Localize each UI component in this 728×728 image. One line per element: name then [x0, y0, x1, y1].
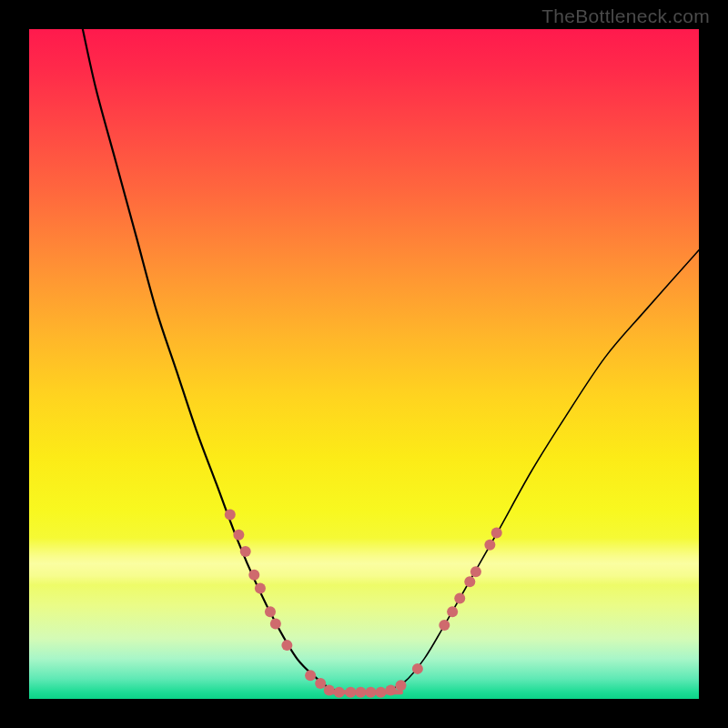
- data-point: [439, 620, 450, 631]
- data-point: [385, 684, 396, 695]
- data-point: [484, 540, 495, 551]
- watermark-text: TheBottleneck.com: [541, 5, 710, 27]
- data-point: [491, 527, 502, 538]
- data-point: [248, 570, 259, 581]
- outer-frame: TheBottleneck.com: [0, 0, 728, 728]
- data-point: [345, 687, 356, 698]
- data-point: [375, 687, 386, 698]
- plot-area: [29, 29, 699, 699]
- data-point: [395, 680, 406, 691]
- data-point: [270, 619, 281, 630]
- data-point: [255, 583, 266, 594]
- data-point: [225, 510, 236, 521]
- data-point: [447, 606, 458, 617]
- data-point: [315, 678, 326, 689]
- data-point: [355, 687, 366, 698]
- data-point: [324, 684, 335, 695]
- data-point: [365, 687, 376, 698]
- data-point: [470, 566, 481, 577]
- data-point: [334, 687, 345, 698]
- data-point: [281, 640, 292, 651]
- data-point: [233, 530, 244, 541]
- data-point: [305, 670, 316, 681]
- data-point: [265, 606, 276, 617]
- data-point: [412, 663, 423, 674]
- data-point: [464, 576, 475, 587]
- data-point: [240, 546, 251, 557]
- curve-left-curve: [83, 29, 344, 693]
- chart-svg: [29, 29, 699, 699]
- data-point: [454, 593, 465, 604]
- curve-right-curve: [384, 250, 699, 693]
